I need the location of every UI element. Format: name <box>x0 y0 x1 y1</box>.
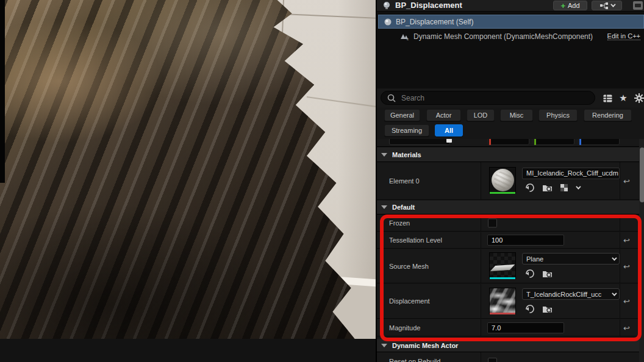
chevron-down-icon[interactable] <box>576 184 581 189</box>
reset-to-default-icon[interactable]: ↩ <box>623 261 630 271</box>
row-magnitude: Magnitude ↩ <box>377 319 644 336</box>
use-selected-asset-icon[interactable] <box>524 303 535 314</box>
material-options-icon[interactable] <box>559 182 570 193</box>
node-tree-icon <box>600 2 608 9</box>
filter-row-2: Streaming All <box>377 124 644 140</box>
scale-dropdown[interactable] <box>389 139 450 145</box>
expand-arrow-icon <box>381 205 387 209</box>
filter-lod[interactable]: LOD <box>467 109 495 121</box>
dynamic-mesh-icon: c <box>400 32 410 40</box>
chevron-down-icon <box>612 255 617 260</box>
browse-asset-icon[interactable] <box>542 268 553 279</box>
selected-actor-name: BP_Displacement <box>395 1 462 10</box>
tessellation-level-input[interactable] <box>487 235 564 246</box>
search-input[interactable] <box>400 93 589 103</box>
display-grid-icon[interactable] <box>601 92 614 104</box>
plus-icon: + <box>560 2 565 10</box>
row-frozen: Frozen <box>377 215 644 232</box>
row-reset-on-rebuild: Reset on Rebuild <box>377 352 644 362</box>
frozen-checkbox[interactable] <box>488 219 497 228</box>
material-name-field[interactable]: MI_Icelandic_Rock_Cliff_ucdm <box>522 168 620 179</box>
reset-to-default-icon[interactable]: ↩ <box>623 176 630 185</box>
lock-icon[interactable] <box>446 139 452 143</box>
filter-rendering[interactable]: Rendering <box>584 109 632 121</box>
actor-sphere-icon <box>384 18 392 26</box>
row-displacement: Displacement T_IcelandicRockCliff_ucc <box>377 284 644 319</box>
component-self-label: BP_Displacement (Self) <box>396 18 473 26</box>
scale-x-field[interactable] <box>488 139 529 145</box>
viewport-letterbox <box>0 339 376 362</box>
section-default[interactable]: Default <box>377 201 644 215</box>
magnitude-input[interactable] <box>487 322 564 333</box>
viewport-edge-shadow <box>0 0 5 183</box>
section-materials[interactable]: Materials <box>377 147 644 162</box>
favorites-star-icon[interactable]: ★ <box>617 92 629 104</box>
reset-to-default-icon[interactable]: ↩ <box>623 297 630 306</box>
use-selected-asset-icon[interactable] <box>524 182 535 193</box>
expand-arrow-icon <box>381 153 387 157</box>
component-row-dynamic-mesh[interactable]: c Dynamic Mesh Component (DynamicMeshCom… <box>378 30 644 43</box>
scale-y-field[interactable] <box>533 139 574 145</box>
filter-streaming[interactable]: Streaming <box>384 124 429 137</box>
reset-on-rebuild-checkbox[interactable] <box>488 358 497 362</box>
scrollbar-thumb[interactable] <box>640 147 644 202</box>
details-scrollbar[interactable] <box>639 139 644 362</box>
chevron-down-icon <box>612 291 617 296</box>
filter-physics[interactable]: Physics <box>538 109 578 121</box>
use-selected-asset-icon[interactable] <box>524 268 535 279</box>
filter-misc[interactable]: Misc <box>500 109 533 121</box>
component-tree: BP_Displacement (Self) c Dynamic Mesh Co… <box>377 12 644 88</box>
search-row: ★ <box>377 89 644 107</box>
filter-all[interactable]: All <box>435 124 463 137</box>
details-header: BP_Displacement + Add <box>377 0 644 12</box>
filter-general[interactable]: General <box>384 109 420 121</box>
filter-actor[interactable]: Actor <box>426 109 461 121</box>
row-source-mesh: Source Mesh Plane <box>377 249 644 283</box>
expand-arrow-icon <box>381 344 387 347</box>
scale-z-field[interactable] <box>578 139 620 145</box>
row-tessellation-level: Tessellation Level ↩ <box>377 232 644 249</box>
svg-text:c: c <box>407 37 409 40</box>
material-thumbnail[interactable] <box>489 167 516 194</box>
browse-asset-icon[interactable] <box>542 182 553 193</box>
property-list: Materials Element 0 MI_Icelandic_Rock_Cl… <box>377 139 644 362</box>
reset-to-default-icon[interactable]: ↩ <box>623 323 630 332</box>
search-icon <box>387 94 396 102</box>
reset-to-default-icon[interactable]: ↩ <box>623 236 630 245</box>
component-label: Dynamic Mesh Component (DynamicMeshCompo… <box>413 32 593 41</box>
ue-editor-window: BP_Displacement + Add BP_Displacement (S… <box>0 0 644 362</box>
filter-row-1: General Actor LOD Misc Physics Rendering <box>377 109 644 124</box>
blueprint-hierarchy-dropdown[interactable] <box>592 1 622 10</box>
displacement-texture-dropdown[interactable]: T_IcelandicRockCliff_ucc <box>522 288 620 300</box>
settings-gear-icon[interactable] <box>633 92 644 104</box>
displacement-texture-thumbnail[interactable] <box>489 288 516 314</box>
level-viewport[interactable] <box>0 0 376 362</box>
property-label: Element 0 <box>389 177 420 185</box>
add-component-button[interactable]: + Add <box>553 1 587 10</box>
panel-options-icon[interactable] <box>633 1 643 10</box>
chevron-down-icon <box>610 2 615 7</box>
section-dynamic-mesh-actor[interactable]: Dynamic Mesh Actor <box>377 339 644 352</box>
actor-sphere-icon <box>382 1 391 10</box>
component-row-self[interactable]: BP_Displacement (Self) <box>378 15 644 29</box>
details-panel: BP_Displacement + Add BP_Displacement (S… <box>376 0 644 362</box>
browse-asset-icon[interactable] <box>542 303 553 314</box>
source-mesh-dropdown[interactable]: Plane <box>522 253 620 264</box>
row-element0: Element 0 MI_Icelandic_Rock_Cliff_ucdm <box>377 162 644 200</box>
search-box[interactable] <box>381 91 595 105</box>
edit-in-cpp-link[interactable]: Edit in C++ <box>607 32 640 40</box>
source-mesh-thumbnail[interactable] <box>489 252 516 279</box>
scale-row-clipped <box>377 139 644 147</box>
